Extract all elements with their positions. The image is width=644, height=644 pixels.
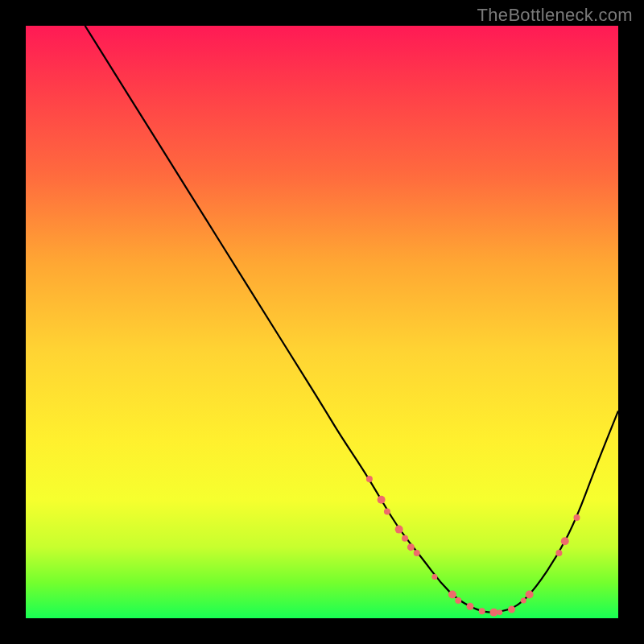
- data-marker: [467, 603, 474, 610]
- data-marker: [384, 509, 390, 515]
- data-marker: [431, 574, 437, 580]
- data-marker: [366, 476, 373, 482]
- data-marker: [414, 550, 420, 556]
- data-marker: [402, 535, 408, 542]
- chart-frame: TheBottleneck.com: [0, 0, 644, 644]
- plot-area: [26, 26, 618, 618]
- data-marker: [521, 597, 526, 603]
- marker-group: [366, 476, 580, 617]
- data-marker: [378, 496, 386, 504]
- watermark-label: TheBottleneck.com: [477, 5, 633, 26]
- data-marker: [455, 597, 461, 604]
- data-marker: [508, 605, 515, 613]
- data-marker: [489, 609, 497, 617]
- data-marker: [407, 543, 415, 551]
- data-marker: [497, 609, 502, 615]
- data-marker: [448, 591, 456, 599]
- data-marker: [526, 591, 534, 599]
- data-marker: [395, 526, 403, 534]
- data-marker: [555, 550, 562, 556]
- data-marker: [479, 608, 485, 614]
- data-marker: [561, 537, 569, 545]
- bottleneck-curve: [85, 26, 618, 613]
- data-marker: [573, 514, 580, 521]
- curve-svg: [26, 26, 618, 618]
